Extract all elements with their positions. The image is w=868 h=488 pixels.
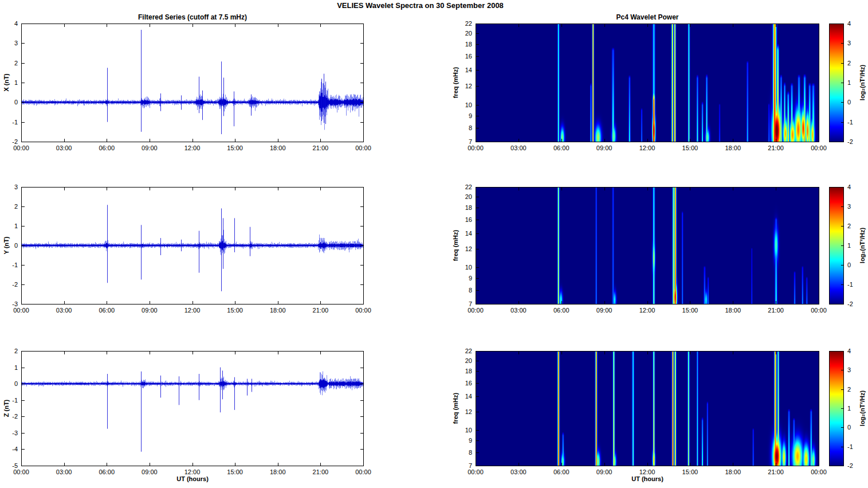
ytick-label-x-wavelet: 20 — [465, 30, 472, 37]
z-wavelet-ylabel: freq (mHz) — [452, 393, 459, 424]
xtick-label-y-series: 00:00 — [13, 307, 29, 314]
xtick-label-x-series: 12:00 — [184, 145, 201, 151]
colorbar-y — [829, 187, 844, 307]
ytick-label-y-wavelet: 18 — [465, 204, 472, 211]
xtick-label-z-wavelet: 21:00 — [768, 469, 784, 475]
ytick-label-z-wavelet: 20 — [465, 357, 472, 364]
colorbar-tick-label: 0 — [847, 261, 851, 268]
xtick-label-x-series: 18:00 — [270, 145, 286, 151]
xtick-label-x-wavelet: 15:00 — [682, 145, 698, 151]
ytick-label-y-wavelet: 10 — [465, 264, 472, 271]
ytick-label-x-wavelet: 22 — [465, 20, 472, 27]
ytick-label-x-wavelet: 16 — [465, 53, 472, 60]
ytick-label-z-series: -3 — [12, 430, 18, 436]
xtick-label-x-series: 00:00 — [355, 145, 371, 151]
colorbar-z — [829, 351, 844, 469]
colorbar-x-gradient — [829, 24, 844, 142]
z-series-ylabel: Z (nT) — [3, 400, 10, 417]
ytick-label-z-wavelet: 10 — [465, 427, 472, 434]
colorbar-tick-label: -2 — [847, 462, 853, 469]
ytick-label-x-wavelet: 9 — [469, 112, 472, 119]
xtick-label-y-wavelet: 00:00 — [468, 307, 484, 314]
ytick-label-x-series: 4 — [14, 20, 18, 27]
left-xaxis-label: UT (hours) — [21, 475, 364, 482]
y-series-plot — [21, 187, 364, 304]
x-series-ylabel: X (nT) — [3, 73, 10, 91]
ytick-label-z-wavelet: 14 — [465, 393, 472, 400]
xtick-label-x-wavelet: 18:00 — [725, 145, 741, 151]
xtick-label-z-series: 03:00 — [56, 469, 72, 475]
ytick-label-z-wavelet: 8 — [469, 449, 472, 456]
xtick-label-z-series: 00:00 — [13, 469, 29, 475]
xtick-label-z-series: 06:00 — [99, 469, 115, 475]
xtick-label-x-series: 21:00 — [313, 145, 329, 151]
colorbar-tick-label: 0 — [847, 99, 851, 106]
colorbar-tick-label: 2 — [847, 386, 851, 393]
xtick-label-y-wavelet: 00:00 — [811, 307, 827, 314]
colorbar-tick-label: -2 — [847, 300, 853, 307]
ytick-label-x-series: 2 — [14, 60, 18, 67]
xtick-label-z-wavelet: 12:00 — [639, 469, 655, 475]
figure-root: VELIES Wavelet Spectra on 30 September 2… — [0, 0, 868, 488]
ytick-label-x-series: 1 — [14, 79, 18, 86]
ytick-label-z-series: -1 — [12, 397, 18, 404]
xtick-label-y-series: 15:00 — [227, 307, 243, 314]
xtick-label-z-wavelet: 15:00 — [682, 469, 698, 475]
ytick-label-y-series: 0 — [14, 242, 18, 249]
colorbar-tick-label: -2 — [847, 138, 853, 145]
xtick-label-x-series: 15:00 — [227, 145, 243, 151]
xtick-label-z-wavelet: 09:00 — [596, 469, 612, 475]
xtick-label-y-wavelet: 15:00 — [682, 307, 698, 314]
colorbar-x — [829, 24, 844, 145]
xtick-label-x-series: 03:00 — [56, 145, 72, 151]
xtick-label-y-wavelet: 18:00 — [725, 307, 741, 314]
ytick-label-x-wavelet: 18 — [465, 41, 472, 48]
ytick-label-z-wavelet: 16 — [465, 380, 472, 387]
xtick-label-z-wavelet: 06:00 — [553, 469, 569, 475]
colorbar-z-gradient — [829, 351, 844, 466]
xtick-label-x-series: 06:00 — [99, 145, 115, 151]
xtick-label-y-series: 03:00 — [56, 307, 72, 314]
ytick-label-y-wavelet: 22 — [465, 184, 472, 190]
x-series-plot — [21, 24, 364, 142]
ytick-label-y-wavelet: 14 — [465, 230, 472, 237]
xtick-label-y-series: 09:00 — [142, 307, 158, 314]
ytick-label-z-wavelet: 22 — [465, 348, 472, 354]
colorbar-tick-label: 2 — [847, 60, 851, 67]
ytick-label-x-series: -1 — [12, 119, 18, 126]
ytick-label-y-wavelet: 8 — [469, 287, 472, 294]
right-xaxis-label: UT (hours) — [476, 475, 819, 482]
y-series-ylabel: Y (nT) — [3, 237, 10, 255]
colorbar-x-label: log₂(nT²/Hz) — [859, 65, 866, 100]
ytick-label-z-wavelet: 9 — [469, 437, 472, 444]
colorbar-tick-label: 3 — [847, 203, 851, 210]
xtick-label-z-series: 00:00 — [355, 469, 371, 475]
right-column-title: Pc4 Wavelet Power — [476, 13, 819, 21]
ytick-label-z-series: 1 — [14, 364, 18, 371]
xtick-label-y-series: 12:00 — [184, 307, 201, 314]
ytick-label-x-wavelet: 12 — [465, 83, 472, 89]
ytick-label-z-series: 2 — [14, 348, 18, 354]
x-wavelet-ylabel: freq (mHz) — [452, 67, 459, 98]
xtick-label-x-wavelet: 06:00 — [553, 145, 569, 151]
xtick-label-z-series: 09:00 — [142, 469, 158, 475]
xtick-label-z-wavelet: 00:00 — [811, 469, 827, 475]
y-wavelet-ylabel: freq (mHz) — [452, 230, 459, 261]
ytick-label-y-series: 3 — [14, 184, 18, 190]
colorbar-tick-label: 1 — [847, 79, 851, 86]
panel-y-series — [21, 187, 364, 304]
ytick-label-y-wavelet: 16 — [465, 216, 472, 223]
xtick-label-z-series: 18:00 — [270, 469, 286, 475]
ytick-label-y-series: -1 — [12, 261, 18, 268]
main-title: VELIES Wavelet Spectra on 30 September 2… — [0, 1, 840, 10]
xtick-label-z-wavelet: 18:00 — [725, 469, 741, 475]
xtick-label-y-wavelet: 06:00 — [553, 307, 569, 314]
ytick-label-y-wavelet: 9 — [469, 275, 472, 282]
colorbar-tick-label: -1 — [847, 443, 853, 450]
xtick-label-x-wavelet: 00:00 — [811, 145, 827, 151]
z-wavelet-spectrogram — [476, 351, 819, 466]
colorbar-tick-label: -1 — [847, 119, 853, 126]
xtick-label-x-wavelet: 21:00 — [768, 145, 784, 151]
panel-x-wavelet — [476, 24, 819, 142]
xtick-label-z-series: 15:00 — [227, 469, 243, 475]
